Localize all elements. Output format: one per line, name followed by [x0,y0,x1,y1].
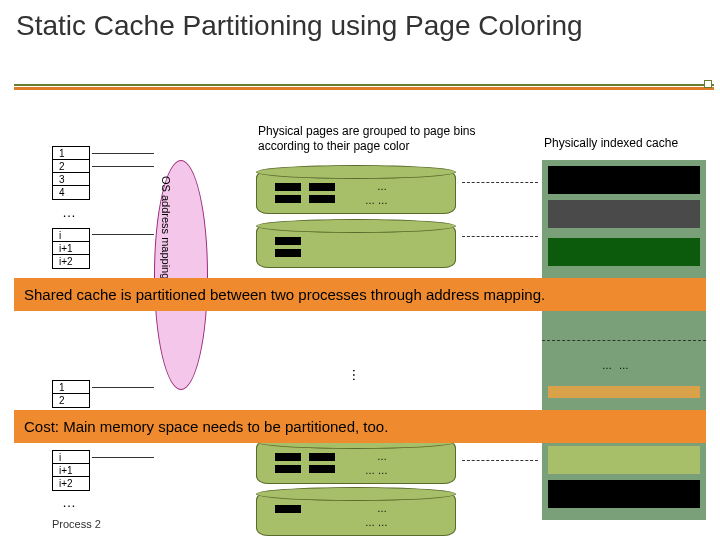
phys-indexed-cache: … … [542,160,706,520]
corner-marker [704,80,712,88]
title-rule [14,84,714,90]
connector-line [92,166,154,167]
page-table-1-mid: i i+1 i+2 [52,228,90,269]
pt-row: 2 [53,394,89,407]
page-bin [256,224,456,268]
connector-line [92,153,154,154]
slide-title: Static Cache Partitioning using Page Col… [0,0,720,46]
cyl-dots: … [377,181,387,192]
page-table-1-top: 1 2 3 4 [52,146,90,200]
callout-shared: Shared cache is partitioned between two … [14,278,706,311]
connector-line [92,457,154,458]
connector-dashed [462,182,538,183]
page-bin: … … … [256,440,456,484]
pt-row: i+2 [53,477,89,490]
pt-row: i+2 [53,255,89,268]
cyl-dots: … … [365,517,388,528]
pt-row: i+1 [53,242,89,255]
page-table-2-mid: i i+1 i+2 [52,450,90,491]
cyl-dots: … … [365,195,388,206]
page-bin: … … … [256,492,456,536]
note-page-bins: Physical pages are grouped to page bins … [258,124,498,154]
connector-line [92,387,154,388]
pt-row: 3 [53,173,89,186]
cache-dots: … … [602,360,631,371]
pt-row: i+1 [53,464,89,477]
cyl-dots: … … [365,465,388,476]
note-phys-cache: Physically indexed cache [544,136,678,150]
vertical-ellipsis: … [350,368,366,382]
connector-line [92,234,154,235]
pt-row: i [53,451,89,464]
ellipsis: … [62,204,78,220]
cyl-dots: … [377,451,387,462]
page-bin: … … … [256,170,456,214]
cyl-dots: … [377,503,387,514]
callout-cost: Cost: Main memory space needs to be part… [14,410,706,443]
os-mapping-label: OS address mapping [160,176,172,279]
pt-row: 4 [53,186,89,199]
pt-row: i [53,229,89,242]
pt-row: 1 [53,381,89,394]
process-2-label: Process 2 [52,518,101,530]
ellipsis: … [62,494,78,510]
page-table-2-top: 1 2 [52,380,90,408]
pt-row: 2 [53,160,89,173]
pt-row: 1 [53,147,89,160]
connector-dashed [462,460,538,461]
connector-dashed [462,236,538,237]
